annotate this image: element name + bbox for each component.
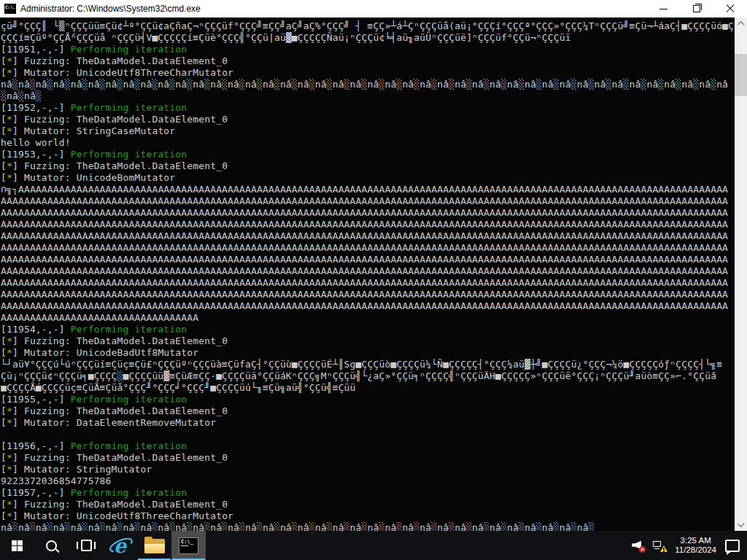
warning-triangle-icon bbox=[660, 545, 667, 552]
command-prompt-button[interactable]: C:\_ bbox=[171, 531, 206, 560]
console-line: [*] Mutator: UnicodeUtf8ThreeCharMutator bbox=[1, 67, 735, 79]
action-center-button[interactable] bbox=[725, 531, 740, 560]
console-line: [*] Mutator: DataElementRemoveMutator bbox=[1, 417, 735, 429]
console-line: AAAAAAAAAAAAAAAAAAAAAAAAAAAAAAAAAAAAAAAA… bbox=[1, 242, 735, 254]
console-line: [*] Mutator: UnicodeBomMutator bbox=[1, 172, 735, 184]
cmd-window-icon: C:\. bbox=[4, 4, 16, 14]
close-button[interactable] bbox=[713, 0, 747, 18]
start-button[interactable] bbox=[0, 531, 34, 560]
console-line: [*] Fuzzing: TheDataModel.DataElement_0 bbox=[1, 405, 735, 417]
console-line: [11952,-,-] Performing iteration bbox=[1, 102, 735, 114]
console-line: AAAAAAAAAAAAAAAAAAAAAAAAAAAAAAAAAAAAAAAA… bbox=[1, 195, 735, 207]
console-line: hello world! bbox=[1, 137, 735, 149]
internet-explorer-icon: e bbox=[109, 534, 132, 556]
console-line: ∩╗┐AAAAAAAAAAAAAAAAAAAAAAAAAAAAAAAAAAAAA… bbox=[1, 184, 735, 195]
close-icon bbox=[725, 4, 735, 14]
network-warning-icon bbox=[653, 540, 666, 551]
console-line: AAAAAAAAAAAAAAAAAAAAAAAAAAAAAAAAAAAAAAAA… bbox=[1, 277, 735, 289]
console-line: AAAAAAAAAAAAAAAAAAAAAAAAAAAAAAAAAAAAAAAA… bbox=[1, 289, 735, 300]
console-line: [*] Fuzzing: TheDataModel.DataElement_0 bbox=[1, 335, 735, 347]
console-line: [*] Fuzzing: TheDataModel.DataElement_0 bbox=[1, 114, 735, 125]
clock-date: 11/28/2024 bbox=[675, 545, 716, 555]
cmd-window-icon-text: C:\. bbox=[4, 4, 15, 9]
window-controls bbox=[646, 0, 747, 18]
system-tray: 3:25 AM 11/28/2024 bbox=[632, 531, 747, 560]
scroll-down-button[interactable] bbox=[735, 518, 747, 531]
scroll-thumb[interactable] bbox=[735, 54, 747, 96]
console-line: [*] Fuzzing: TheDataModel.DataElement_0 bbox=[1, 499, 735, 510]
mute-badge-icon bbox=[639, 546, 646, 553]
title-bar[interactable]: C:\. Administrator: C:\Windows\System32\… bbox=[0, 0, 747, 18]
restore-button[interactable] bbox=[680, 0, 713, 18]
restore-icon bbox=[693, 5, 700, 12]
clock-button[interactable]: 3:25 AM 11/28/2024 bbox=[675, 531, 716, 560]
console-line: ░nâ░nâ░ bbox=[1, 90, 735, 102]
console-line: ÇÇÇí≡Çüº°ÇÇǺⁿÇÇÇüå ⁿÇÇÇü╡V■ÇÇÇÇÇí≡Çüè°ÇÇ… bbox=[1, 32, 735, 44]
window-title: Administrator: C:\Windows\System32\cmd.e… bbox=[20, 4, 201, 14]
console-line: AAAAAAAAAAAAAAAAAAAAAAAAAAAAAAAAAAAAAAAA… bbox=[1, 207, 735, 219]
console-line: Çü¡ⁿÇÇÇü¢ⁿÇÇÇü╕■ÇÇÇÇ░■ÇÇÇÇüü▓≡ÇüÆ≡ÇÇ·■ÇÇ… bbox=[1, 370, 735, 382]
console-line: AAAAAAAAAAAAAAAAAAAAAAAAAAAAAAAAAAAAAAAA… bbox=[1, 300, 735, 312]
console-line: [*] Fuzzing: TheDataModel.DataElement_0 bbox=[1, 160, 735, 172]
console-line: ■ÇÇÇÇǺ■ÇÇÇÇüç≡ÇüÅ≡Çüå°ÇÇÇ╜°ÇÇÇ╛°ÇÇÇ╜■ÇÇÇ… bbox=[1, 382, 735, 394]
chevron-up-icon bbox=[738, 21, 745, 28]
console-line: AAAAAAAAAAAAAAAAAAAAAAAAAAAAAAAAAAAAAAAA… bbox=[1, 265, 735, 277]
console-line: nâ░nâ░nâ░nâ░nâ░nâ░nâ░nâ░nâ░nâ░nâ░nâ░nâ░n… bbox=[1, 522, 735, 531]
console-line: [*] Mutator: StringCaseMutator bbox=[1, 125, 735, 137]
console-line: AAAAAAAAAAAAAAAAAAAAAAAAAAAAAAAAAAAAAAAA… bbox=[1, 219, 735, 230]
internet-explorer-button[interactable]: e bbox=[103, 531, 137, 560]
minimize-button[interactable] bbox=[646, 0, 680, 18]
search-icon bbox=[46, 540, 57, 551]
vertical-scrollbar[interactable] bbox=[735, 18, 747, 531]
chevron-down-icon bbox=[738, 520, 745, 527]
console-line: 9223372036854775786 bbox=[1, 475, 735, 487]
console-line: nâ░nâ░nâ░nâ░nâ░nâ░nâ░nâ░nâ░nâ░nâ░nâ░nâ░n… bbox=[1, 79, 735, 90]
taskbar: e C:\_ 3:25 AM 11/28/2024 bbox=[0, 531, 747, 560]
task-view-button[interactable] bbox=[69, 531, 103, 560]
console-line bbox=[1, 429, 735, 440]
clock: 3:25 AM 11/28/2024 bbox=[675, 536, 716, 555]
volume-muted-icon bbox=[632, 540, 644, 551]
file-explorer-button[interactable] bbox=[137, 531, 171, 560]
console-line: [11956,-,-] Performing iteration bbox=[1, 440, 735, 452]
command-prompt-icon: C:\_ bbox=[179, 537, 198, 554]
console-line: └┘aü¥°ÇÇÇú└úⁿÇÇÇüí≡Çüç≡Çü£ⁿÇÇÇüºⁿÇÇÇüà≡Ç… bbox=[1, 359, 735, 370]
console-line: [*] Fuzzing: TheDataModel.DataElement_0 bbox=[1, 55, 735, 67]
console-line: [*] Fuzzing: TheDataModel.DataElement_0 bbox=[1, 452, 735, 464]
task-view-icon bbox=[77, 540, 96, 551]
console-line: [11954,-,-] Performing iteration bbox=[1, 324, 735, 335]
search-button[interactable] bbox=[34, 531, 69, 560]
console-viewport[interactable]: çü╝°ÇÇÇ║ └▒ⁿÇÇÇüü≡Çü¢┴º°ÇÇü¢aÇñaÇ¬ⁿÇÇÇüf… bbox=[0, 18, 747, 531]
console-line: AAAAAAAAAAAAAAAAAAAAAAAAAAAAAAAAAA bbox=[1, 312, 735, 324]
console-line: [11955,-,-] Performing iteration bbox=[1, 394, 735, 405]
volume-button[interactable] bbox=[632, 531, 644, 560]
file-explorer-icon bbox=[144, 538, 165, 553]
console-line: [*] Mutator: UnicodeUtf8ThreeCharMutator bbox=[1, 510, 735, 522]
minimize-icon bbox=[659, 9, 667, 9]
console-line: AAAAAAAAAAAAAAAAAAAAAAAAAAAAAAAAAAAAAAAA… bbox=[1, 230, 735, 242]
action-center-icon bbox=[725, 540, 740, 552]
clock-time: 3:25 AM bbox=[675, 536, 716, 545]
windows-logo-icon bbox=[12, 540, 23, 551]
network-button[interactable] bbox=[653, 531, 666, 560]
console-line: [*] Mutator: StringMutator bbox=[1, 464, 735, 475]
console-line: [11953,-,-] Performing iteration bbox=[1, 149, 735, 160]
scroll-up-button[interactable] bbox=[735, 18, 747, 30]
console-line: [11951,-,-] Performing iteration bbox=[1, 44, 735, 55]
console-line: çü╝°ÇÇÇ║ └▒ⁿÇÇÇüü≡Çü¢┴º°ÇÇü¢aÇñaÇ¬ⁿÇÇÇüf… bbox=[1, 20, 735, 32]
console-output: çü╝°ÇÇÇ║ └▒ⁿÇÇÇüü≡Çü¢┴º°ÇÇü¢aÇñaÇ¬ⁿÇÇÇüf… bbox=[1, 20, 735, 531]
console-line: [11957,-,-] Performing iteration bbox=[1, 487, 735, 499]
console-line: AAAAAAAAAAAAAAAAAAAAAAAAAAAAAAAAAAAAAAAA… bbox=[1, 254, 735, 265]
console-line: [*] Mutator: UnicodeBadUtf8Mutator bbox=[1, 347, 735, 359]
